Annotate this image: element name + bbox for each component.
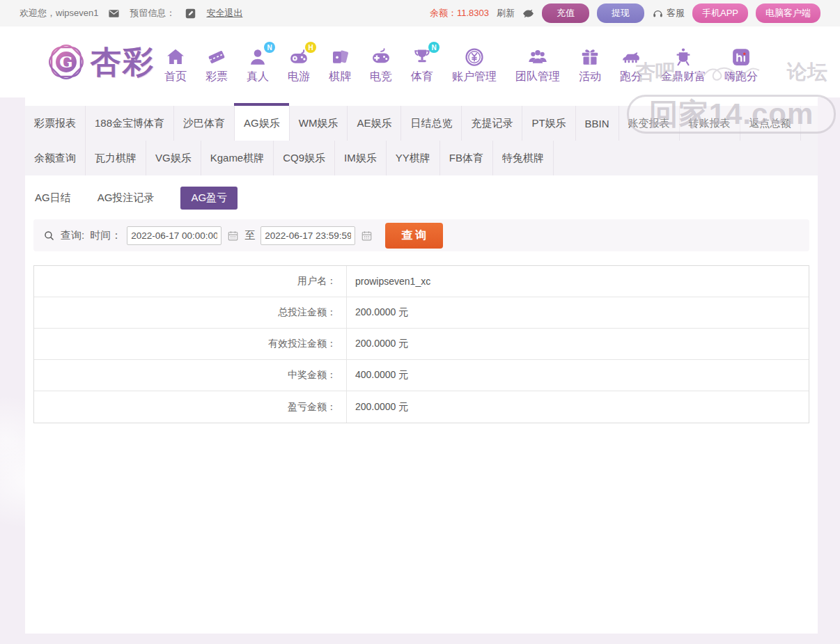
svg-text:G: G <box>59 53 72 71</box>
logout-link[interactable]: 安全退出 <box>206 7 242 19</box>
gamepad-icon <box>371 47 391 68</box>
tab-row2-3[interactable]: Kgame棋牌 <box>201 141 274 175</box>
tab-row1-11[interactable]: 转账报表 <box>680 106 740 141</box>
nav-item-label: 活动 <box>579 70 601 84</box>
mobile-app-button[interactable]: 手机APP <box>692 3 748 23</box>
nav-item-label: 彩票 <box>205 70 228 84</box>
logo-flower-icon: G <box>46 42 86 82</box>
row-value: 200.0000 元 <box>347 297 408 328</box>
row-label: 总投注金额： <box>34 297 347 328</box>
calendar-end-icon[interactable] <box>361 230 373 242</box>
nav-item-esports[interactable]: 电竞 <box>370 47 392 84</box>
tab-row1-12[interactable]: 返点总额 <box>740 106 801 141</box>
tab-row1-10[interactable]: 账变报表 <box>619 106 680 141</box>
logo[interactable]: G 杏彩 <box>46 42 155 83</box>
nav-item-sports[interactable]: N体育 <box>411 47 433 84</box>
nav-item-chess[interactable]: 棋牌 <box>329 47 351 84</box>
tab-row1-9[interactable]: BBIN <box>576 106 619 141</box>
welcome-text: 欢迎您，wipseven1 <box>20 7 98 19</box>
nav-item-label: 电游 <box>288 70 310 84</box>
calendar-start-icon[interactable] <box>227 230 239 242</box>
balance-label: 余额： <box>430 8 457 18</box>
row-label: 有效投注金额： <box>34 329 347 359</box>
coin-icon <box>464 47 485 68</box>
pc-client-button[interactable]: 电脑客户端 <box>756 3 820 23</box>
query-button[interactable]: 查 询 <box>385 223 442 249</box>
recharge-button[interactable]: 充值 <box>542 3 589 23</box>
tab-row1-7[interactable]: 充提记录 <box>462 106 522 141</box>
nav-badge-sports: N <box>428 42 440 53</box>
report-table: 用户名：prowipseven1_xc总投注金额：200.0000 元有效投注金… <box>33 265 809 423</box>
nav-item-label: 体育 <box>411 70 433 84</box>
rhino-icon <box>621 47 641 68</box>
tab-row2-7[interactable]: FB体育 <box>440 141 493 175</box>
watermark-right-text: 论坛 <box>787 58 827 86</box>
mail-icon[interactable] <box>108 8 120 19</box>
tab-row1-2[interactable]: 沙巴体育 <box>174 106 235 141</box>
tripod-icon <box>673 47 694 68</box>
tab-row1-4[interactable]: WM娱乐 <box>290 106 348 141</box>
tab-row2-6[interactable]: YY棋牌 <box>387 141 440 175</box>
headset-icon <box>652 8 664 19</box>
tab-row2-5[interactable]: IM娱乐 <box>335 141 387 175</box>
nav-item-label: 电竞 <box>370 70 392 84</box>
tab-row2-8[interactable]: 特兔棋牌 <box>493 141 554 175</box>
tab-row2-4[interactable]: CQ9娱乐 <box>274 141 335 175</box>
tab-row1-1[interactable]: 188金宝博体育 <box>86 106 174 141</box>
subtab-1[interactable]: AG投注记录 <box>98 187 155 210</box>
edit-icon[interactable] <box>185 8 196 19</box>
tab-row2-0[interactable]: 余额查询 <box>25 141 86 175</box>
hi-icon <box>731 47 752 68</box>
tab-row2-2[interactable]: VG娱乐 <box>146 141 201 175</box>
content-card: 彩票报表188金宝博体育沙巴体育AG娱乐WM娱乐AE娱乐日结总览充提记录PT娱乐… <box>25 97 818 634</box>
withdraw-button[interactable]: 提现 <box>597 3 644 23</box>
start-time-input[interactable] <box>127 226 221 245</box>
eye-off-icon[interactable] <box>522 8 534 19</box>
reserved-info-label: 预留信息： <box>130 7 175 19</box>
nav-item-promo[interactable]: 活动 <box>579 47 601 84</box>
row-value: 200.0000 元 <box>347 391 408 423</box>
nav-item-label: 真人 <box>247 70 269 84</box>
table-row: 有效投注金额：200.0000 元 <box>34 329 809 360</box>
end-time-input[interactable] <box>260 226 355 245</box>
logo-text: 杏彩 <box>91 42 155 83</box>
tab-row1-3[interactable]: AG娱乐 <box>235 106 290 141</box>
tab-row1-8[interactable]: PT娱乐 <box>522 106 575 141</box>
row-value: 400.0000 元 <box>347 360 408 391</box>
row-label: 中奖金额： <box>34 360 347 391</box>
team-icon <box>527 47 548 68</box>
tab-row2-1[interactable]: 瓦力棋牌 <box>86 141 146 175</box>
tab-row1-6[interactable]: 日结总览 <box>401 106 462 141</box>
subtab-2[interactable]: AG盈亏 <box>180 187 238 210</box>
nav-item-hipaofen[interactable]: 嗨跑分 <box>724 47 758 84</box>
topbar: 欢迎您，wipseven1 预留信息： 安全退出 余额：11.8303 刷新 充… <box>0 0 840 26</box>
refresh-link[interactable]: 刷新 <box>497 7 515 19</box>
nav-item-label: 金鼎财富 <box>661 70 706 84</box>
nav-item-lottery[interactable]: 彩票 <box>205 47 228 84</box>
tabs-row1: 彩票报表188金宝博体育沙巴体育AG娱乐WM娱乐AE娱乐日结总览充提记录PT娱乐… <box>25 106 818 141</box>
header: G 杏彩 首页彩票N真人H电游棋牌电竞N体育账户管理团队管理活动跑分金鼎财富嗨跑… <box>0 26 840 97</box>
customer-service-link[interactable]: 客服 <box>652 7 685 19</box>
table-row: 用户名：prowipseven1_xc <box>34 266 809 297</box>
nav-item-label: 账户管理 <box>452 70 497 84</box>
subtab-0[interactable]: AG日结 <box>35 187 71 210</box>
balance-text: 余额：11.8303 <box>430 7 489 19</box>
nav-item-jinding[interactable]: 金鼎财富 <box>661 47 706 84</box>
table-row: 中奖金额：400.0000 元 <box>34 360 809 391</box>
nav-item-account[interactable]: 账户管理 <box>452 47 497 84</box>
nav-item-label: 首页 <box>164 70 187 84</box>
nav-item-home[interactable]: 首页 <box>164 47 187 84</box>
nav-badge-live: N <box>264 42 275 53</box>
tab-row1-5[interactable]: AE娱乐 <box>348 106 401 141</box>
nav-item-label: 嗨跑分 <box>724 70 758 84</box>
time-label: 时间： <box>90 229 121 242</box>
nav-badge-egame: H <box>305 42 316 53</box>
nav-item-team[interactable]: 团队管理 <box>515 47 560 84</box>
nav-item-egame[interactable]: H电游 <box>288 47 310 84</box>
nav-item-live[interactable]: N真人 <box>247 47 269 84</box>
customer-service-label: 客服 <box>667 7 685 19</box>
nav-item-paofen[interactable]: 跑分 <box>620 47 642 84</box>
trophy-icon: N <box>412 47 433 68</box>
tab-row1-0[interactable]: 彩票报表 <box>25 106 86 141</box>
row-label: 用户名： <box>34 266 347 297</box>
